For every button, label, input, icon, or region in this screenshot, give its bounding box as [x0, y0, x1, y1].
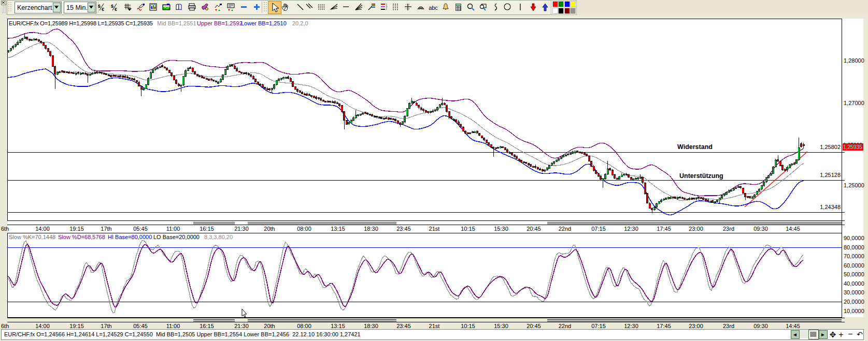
svg-text:60,0000: 60,0000	[844, 262, 864, 269]
svg-text:20th: 20th	[264, 226, 275, 232]
svg-text:11:00: 11:00	[166, 323, 180, 329]
svg-text:21st: 21st	[429, 323, 440, 329]
svg-text:1,27000: 1,27000	[844, 100, 864, 106]
svg-text:17th: 17th	[101, 323, 111, 329]
svg-text:07:15: 07:15	[591, 323, 606, 329]
svg-text:23:45: 23:45	[396, 323, 411, 329]
svg-text:1,25000: 1,25000	[844, 182, 864, 188]
svg-text:€: €	[115, 7, 117, 12]
svg-text:23:45: 23:45	[396, 226, 411, 232]
svg-text:10:15: 10:15	[461, 226, 475, 232]
svg-text:90,0000: 90,0000	[844, 235, 864, 241]
svg-text:22nd: 22nd	[559, 226, 571, 232]
svg-text:22nd: 22nd	[559, 323, 571, 329]
svg-text:✥: ✥	[830, 330, 836, 339]
svg-text:11:00: 11:00	[166, 226, 180, 232]
svg-text:€: €	[102, 7, 104, 12]
svg-text:17:45: 17:45	[657, 226, 671, 232]
svg-text:21st: 21st	[429, 226, 440, 232]
svg-text:15:30: 15:30	[494, 226, 508, 232]
svg-text:Kerzenchart: Kerzenchart	[17, 4, 52, 11]
svg-text:12:30: 12:30	[624, 226, 638, 232]
svg-text:19:15: 19:15	[69, 323, 84, 329]
svg-text:09:30: 09:30	[753, 323, 768, 329]
svg-text:−: −	[848, 330, 852, 338]
svg-text:20:45: 20:45	[527, 323, 541, 329]
svg-text:10:15: 10:15	[461, 323, 475, 329]
svg-text:14:00: 14:00	[35, 226, 50, 232]
svg-text:Widerstand: Widerstand	[677, 143, 713, 151]
svg-text:13:15: 13:15	[331, 323, 345, 329]
svg-text:◄: ◄	[792, 332, 798, 337]
svg-text:23:00: 23:00	[689, 323, 703, 329]
svg-text:14:45: 14:45	[786, 323, 800, 329]
svg-text:05:45: 05:45	[133, 323, 148, 329]
svg-text:LO Base=20,0000: LO Base=20,0000	[153, 234, 200, 240]
svg-text:16:15: 16:15	[200, 226, 214, 232]
svg-text:23:00: 23:00	[689, 226, 703, 232]
svg-text:19:15: 19:15	[69, 226, 84, 232]
svg-text:15:30: 15:30	[494, 323, 508, 329]
svg-text:30,0000: 30,0000	[844, 289, 864, 295]
svg-text:►: ►	[820, 332, 826, 337]
svg-text:14:00: 14:00	[35, 323, 50, 329]
svg-text:50,0000: 50,0000	[844, 271, 864, 277]
svg-text:07:15: 07:15	[591, 226, 606, 232]
svg-text:20,2,0: 20,2,0	[292, 20, 308, 26]
svg-text:09:30: 09:30	[753, 226, 768, 232]
svg-text:$: $	[98, 4, 101, 9]
svg-text:08:00: 08:00	[297, 323, 311, 329]
svg-text:05:45: 05:45	[133, 226, 148, 232]
svg-text:1,24348: 1,24348	[820, 204, 841, 210]
svg-text:14:45: 14:45	[786, 226, 800, 232]
svg-text:20:45: 20:45	[527, 226, 541, 232]
svg-text:abc: abc	[429, 5, 438, 11]
svg-text:15 Min.: 15 Min.	[66, 4, 88, 11]
svg-text:6th: 6th	[1, 323, 9, 329]
svg-text:8,3,3,80,20: 8,3,3,80,20	[204, 234, 233, 240]
svg-text:Slow %K=70,1448: Slow %K=70,1448	[9, 234, 55, 240]
svg-text:20th: 20th	[264, 323, 275, 329]
svg-text:10,0000: 10,0000	[844, 308, 864, 314]
svg-text:18:30: 18:30	[364, 323, 378, 329]
svg-text:1,25802: 1,25802	[820, 144, 841, 150]
svg-text:Mid BB=1,2551: Mid BB=1,2551	[157, 20, 196, 26]
svg-text:+: +	[838, 330, 843, 339]
svg-text:13:15: 13:15	[331, 226, 345, 232]
svg-text:EUR/CHF.fx O=1,24566 H=1,24614: EUR/CHF.fx O=1,24566 H=1,24614 L=1,24529…	[4, 331, 361, 337]
svg-text:↶: ↶	[857, 330, 863, 338]
svg-text:1,25128: 1,25128	[820, 172, 841, 178]
svg-text:17th: 17th	[101, 226, 111, 232]
svg-text:21:30: 21:30	[234, 226, 249, 232]
svg-text:1,25935: 1,25935	[843, 144, 862, 150]
svg-text:18:30: 18:30	[364, 226, 378, 232]
svg-text:HI Base=80,0000: HI Base=80,0000	[108, 234, 152, 240]
svg-text:$: $	[111, 4, 113, 9]
svg-text:70,0000: 70,0000	[844, 253, 864, 259]
svg-text:16:15: 16:15	[200, 323, 214, 329]
svg-text:21:30: 21:30	[234, 323, 249, 329]
svg-text:23rd: 23rd	[723, 226, 734, 232]
svg-text:80,0000: 80,0000	[844, 244, 864, 250]
svg-text:12:30: 12:30	[624, 323, 638, 329]
svg-text:Upper BB=1,2592: Upper BB=1,2592	[197, 20, 243, 26]
svg-text:Unterstützung: Unterstützung	[679, 172, 723, 180]
svg-text:EUR/CHF.fx O=1,25989 H=1,25998: EUR/CHF.fx O=1,25989 H=1,25998 L=1,25935…	[9, 20, 153, 26]
svg-text:1,28000: 1,28000	[844, 57, 864, 64]
svg-text:6th: 6th	[1, 226, 9, 232]
svg-text:08:00: 08:00	[297, 226, 311, 232]
svg-text:20,0000: 20,0000	[844, 299, 864, 305]
svg-text:Slow %D=68,5768: Slow %D=68,5768	[58, 234, 105, 240]
svg-text:17:45: 17:45	[657, 323, 671, 329]
svg-text:40,0000: 40,0000	[844, 280, 864, 287]
svg-text:23rd: 23rd	[723, 323, 734, 329]
svg-text:Lower BB=1,2510: Lower BB=1,2510	[241, 20, 287, 26]
